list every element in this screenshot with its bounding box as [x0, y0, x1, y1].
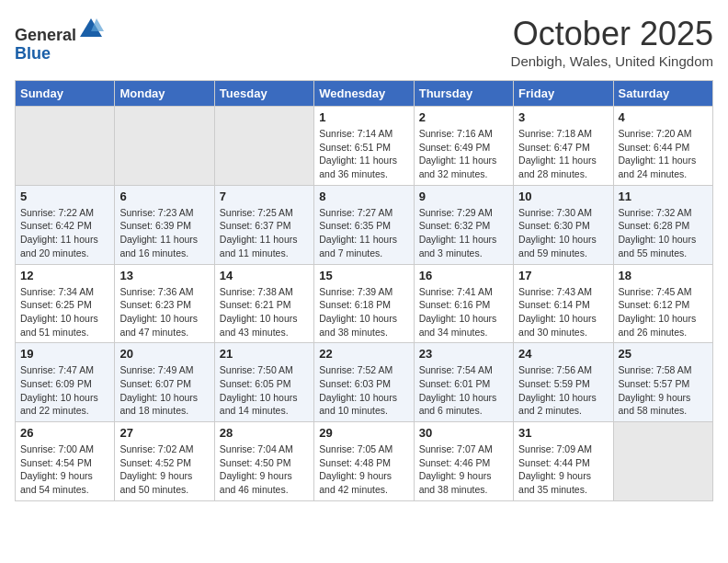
day-info: Sunrise: 7:14 AMSunset: 6:51 PMDaylight:… — [319, 127, 408, 181]
day-cell: 23Sunrise: 7:54 AMSunset: 6:01 PMDayligh… — [414, 343, 513, 422]
day-number: 23 — [419, 347, 508, 361]
day-cell: 11Sunrise: 7:32 AMSunset: 6:28 PMDayligh… — [613, 185, 712, 264]
day-cell: 14Sunrise: 7:38 AMSunset: 6:21 PMDayligh… — [214, 264, 313, 343]
day-info: Sunrise: 7:39 AMSunset: 6:18 PMDaylight:… — [319, 285, 408, 339]
page-header: General Blue October 2025 Denbigh, Wales… — [15, 15, 713, 69]
day-info: Sunrise: 7:32 AMSunset: 6:28 PMDaylight:… — [619, 206, 708, 260]
header-row: SundayMondayTuesdayWednesdayThursdayFrid… — [16, 81, 713, 107]
day-cell: 10Sunrise: 7:30 AMSunset: 6:30 PMDayligh… — [514, 185, 613, 264]
day-cell: 26Sunrise: 7:00 AMSunset: 4:54 PMDayligh… — [16, 422, 115, 501]
day-number: 31 — [518, 426, 608, 440]
day-number: 1 — [319, 110, 408, 124]
month-title: October 2025 — [511, 15, 713, 53]
day-info: Sunrise: 7:16 AMSunset: 6:49 PMDaylight:… — [419, 127, 508, 181]
day-info: Sunrise: 7:02 AMSunset: 4:52 PMDaylight:… — [119, 442, 209, 497]
day-cell: 31Sunrise: 7:09 AMSunset: 4:44 PMDayligh… — [514, 422, 613, 501]
day-header-monday: Monday — [115, 81, 214, 107]
day-cell: 8Sunrise: 7:27 AMSunset: 6:35 PMDaylight… — [314, 185, 414, 264]
day-header-sunday: Sunday — [16, 81, 115, 107]
day-cell — [214, 107, 313, 186]
day-cell: 1Sunrise: 7:14 AMSunset: 6:51 PMDaylight… — [314, 107, 414, 186]
day-number: 14 — [220, 269, 309, 282]
day-info: Sunrise: 7:58 AMSunset: 5:57 PMDaylight:… — [619, 363, 708, 418]
calendar-table: SundayMondayTuesdayWednesdayThursdayFrid… — [15, 80, 713, 501]
day-cell: 19Sunrise: 7:47 AMSunset: 6:09 PMDayligh… — [16, 343, 115, 422]
day-info: Sunrise: 7:18 AMSunset: 6:47 PMDaylight:… — [518, 127, 608, 181]
day-header-thursday: Thursday — [414, 81, 513, 107]
week-row-5: 26Sunrise: 7:00 AMSunset: 4:54 PMDayligh… — [16, 422, 713, 501]
week-row-3: 12Sunrise: 7:34 AMSunset: 6:25 PMDayligh… — [16, 264, 713, 343]
day-info: Sunrise: 7:05 AMSunset: 4:48 PMDaylight:… — [319, 442, 408, 497]
day-cell: 22Sunrise: 7:52 AMSunset: 6:03 PMDayligh… — [314, 343, 414, 422]
day-info: Sunrise: 7:54 AMSunset: 6:01 PMDaylight:… — [419, 363, 508, 418]
day-number: 22 — [319, 347, 408, 361]
day-info: Sunrise: 7:45 AMSunset: 6:12 PMDaylight:… — [619, 285, 708, 339]
day-cell — [16, 107, 115, 186]
week-row-1: 1Sunrise: 7:14 AMSunset: 6:51 PMDaylight… — [16, 107, 713, 186]
day-info: Sunrise: 7:00 AMSunset: 4:54 PMDaylight:… — [20, 442, 109, 497]
day-number: 6 — [119, 190, 209, 203]
day-number: 18 — [619, 269, 708, 282]
day-info: Sunrise: 7:49 AMSunset: 6:07 PMDaylight:… — [119, 363, 209, 418]
day-cell: 20Sunrise: 7:49 AMSunset: 6:07 PMDayligh… — [115, 343, 214, 422]
week-row-4: 19Sunrise: 7:47 AMSunset: 6:09 PMDayligh… — [16, 343, 713, 422]
day-cell: 2Sunrise: 7:16 AMSunset: 6:49 PMDaylight… — [414, 107, 513, 186]
day-number: 24 — [518, 347, 608, 361]
day-cell: 13Sunrise: 7:36 AMSunset: 6:23 PMDayligh… — [115, 264, 214, 343]
day-info: Sunrise: 7:29 AMSunset: 6:32 PMDaylight:… — [419, 206, 508, 260]
day-cell: 5Sunrise: 7:22 AMSunset: 6:42 PMDaylight… — [16, 185, 115, 264]
day-header-friday: Friday — [514, 81, 613, 107]
day-cell: 4Sunrise: 7:20 AMSunset: 6:44 PMDaylight… — [613, 107, 712, 186]
day-cell: 28Sunrise: 7:04 AMSunset: 4:50 PMDayligh… — [214, 422, 313, 501]
day-cell: 30Sunrise: 7:07 AMSunset: 4:46 PMDayligh… — [414, 422, 513, 501]
logo-icon — [78, 15, 104, 40]
logo-general-text: General — [15, 26, 76, 44]
day-cell: 7Sunrise: 7:25 AMSunset: 6:37 PMDaylight… — [214, 185, 313, 264]
logo: General Blue — [15, 15, 104, 63]
logo-blue-text: Blue — [15, 44, 51, 63]
day-number: 13 — [119, 269, 209, 282]
day-number: 12 — [20, 269, 109, 282]
day-number: 20 — [119, 347, 209, 361]
day-info: Sunrise: 7:34 AMSunset: 6:25 PMDaylight:… — [20, 285, 109, 339]
day-info: Sunrise: 7:20 AMSunset: 6:44 PMDaylight:… — [619, 127, 708, 181]
day-number: 3 — [518, 110, 608, 124]
title-area: October 2025 Denbigh, Wales, United King… — [511, 15, 713, 69]
day-info: Sunrise: 7:23 AMSunset: 6:39 PMDaylight:… — [119, 206, 209, 260]
day-number: 25 — [619, 347, 708, 361]
day-info: Sunrise: 7:52 AMSunset: 6:03 PMDaylight:… — [319, 363, 408, 418]
day-info: Sunrise: 7:56 AMSunset: 5:59 PMDaylight:… — [518, 363, 608, 418]
day-info: Sunrise: 7:38 AMSunset: 6:21 PMDaylight:… — [220, 285, 309, 339]
day-info: Sunrise: 7:30 AMSunset: 6:30 PMDaylight:… — [518, 206, 608, 260]
day-info: Sunrise: 7:07 AMSunset: 4:46 PMDaylight:… — [419, 442, 508, 497]
day-info: Sunrise: 7:47 AMSunset: 6:09 PMDaylight:… — [20, 363, 109, 418]
day-info: Sunrise: 7:25 AMSunset: 6:37 PMDaylight:… — [220, 206, 309, 260]
day-number: 21 — [220, 347, 309, 361]
location-subtitle: Denbigh, Wales, United Kingdom — [511, 53, 713, 69]
day-cell: 29Sunrise: 7:05 AMSunset: 4:48 PMDayligh… — [314, 422, 414, 501]
day-cell: 27Sunrise: 7:02 AMSunset: 4:52 PMDayligh… — [115, 422, 214, 501]
day-number: 19 — [20, 347, 109, 361]
day-number: 29 — [319, 426, 408, 440]
day-header-tuesday: Tuesday — [214, 81, 313, 107]
day-cell: 24Sunrise: 7:56 AMSunset: 5:59 PMDayligh… — [514, 343, 613, 422]
day-number: 8 — [319, 190, 408, 203]
day-info: Sunrise: 7:04 AMSunset: 4:50 PMDaylight:… — [220, 442, 309, 497]
day-info: Sunrise: 7:22 AMSunset: 6:42 PMDaylight:… — [20, 206, 109, 260]
day-cell — [115, 107, 214, 186]
day-info: Sunrise: 7:27 AMSunset: 6:35 PMDaylight:… — [319, 206, 408, 260]
day-cell: 21Sunrise: 7:50 AMSunset: 6:05 PMDayligh… — [214, 343, 313, 422]
day-cell: 6Sunrise: 7:23 AMSunset: 6:39 PMDaylight… — [115, 185, 214, 264]
day-cell: 15Sunrise: 7:39 AMSunset: 6:18 PMDayligh… — [314, 264, 414, 343]
day-info: Sunrise: 7:50 AMSunset: 6:05 PMDaylight:… — [220, 363, 309, 418]
day-cell: 12Sunrise: 7:34 AMSunset: 6:25 PMDayligh… — [16, 264, 115, 343]
day-cell: 25Sunrise: 7:58 AMSunset: 5:57 PMDayligh… — [613, 343, 712, 422]
day-info: Sunrise: 7:36 AMSunset: 6:23 PMDaylight:… — [119, 285, 209, 339]
day-info: Sunrise: 7:43 AMSunset: 6:14 PMDaylight:… — [518, 285, 608, 339]
day-number: 5 — [20, 190, 109, 203]
day-number: 2 — [419, 110, 508, 124]
day-cell: 17Sunrise: 7:43 AMSunset: 6:14 PMDayligh… — [514, 264, 613, 343]
day-cell: 16Sunrise: 7:41 AMSunset: 6:16 PMDayligh… — [414, 264, 513, 343]
day-number: 15 — [319, 269, 408, 282]
day-header-wednesday: Wednesday — [314, 81, 414, 107]
